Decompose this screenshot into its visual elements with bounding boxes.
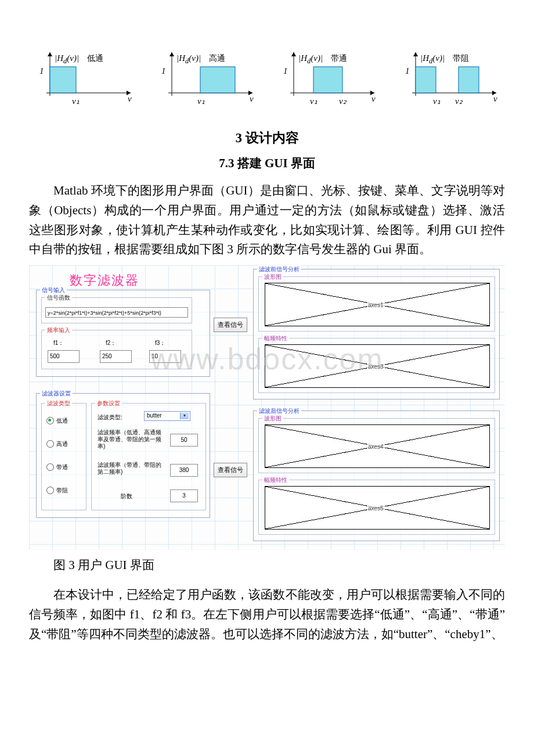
radio-lowpass[interactable]: 低通 xyxy=(46,416,68,426)
axes4[interactable]: axes4 xyxy=(265,424,490,468)
subpanel-func: 信号函数 y=2*sin(2*pi*f1*t)+3*sin(2*pi*f2*t)… xyxy=(41,297,192,323)
svg-rect-14 xyxy=(313,67,342,93)
panel-pre-analysis: 滤波前信号分析 波形图 axes1 幅频特性 axes3 xyxy=(253,269,500,399)
filter-diagram-row: |Hd(v)| 低通 1 v₁ v |Hd(v)| 高通 1 v₁ v |Hd(… xyxy=(29,46,505,105)
svg-rect-19 xyxy=(416,67,436,93)
axes3[interactable]: axes3 xyxy=(265,344,490,388)
diagram-highpass: |Hd(v)| 高通 1 v₁ v xyxy=(151,46,261,105)
subpanel-post-wave: 波形图 axes4 xyxy=(258,418,495,473)
section-subtitle: 7.3 搭建 GUI 界面 xyxy=(29,154,505,174)
figure-caption: 图 3 用户 GUI 界面 xyxy=(29,556,505,575)
diagram-bandpass: |Hd(v)| 带通 1 v₁ v₂ v xyxy=(273,46,383,105)
panel-filter-settings: 滤波器设置 滤波类型 低通 高通 带通 带阻 参数设置 滤波类型: butter… xyxy=(36,393,210,518)
diagram-bandstop: |Hd(v)| 带阻 1 v₁ v₂ v xyxy=(395,46,505,105)
svg-rect-4 xyxy=(50,67,76,93)
subpanel-filter-type: 滤波类型 低通 高通 带通 带阻 xyxy=(41,403,86,510)
radio-bandstop[interactable]: 带阻 xyxy=(46,486,68,495)
svg-marker-3 xyxy=(48,52,52,56)
panel-signal-input: 信号输入 信号函数 y=2*sin(2*pi*f1*t)+3*sin(2*pi*… xyxy=(36,290,210,377)
axes5[interactable]: axes5 xyxy=(265,486,490,530)
subpanel-pre-wave: 波形图 axes1 xyxy=(258,276,495,332)
gui-mockup: www.bdocx.com 数字滤波器 信号输入 信号函数 y=2*sin(2*… xyxy=(29,265,505,550)
diagram-lowpass: |Hd(v)| 低通 1 v₁ v xyxy=(29,46,139,105)
func-input[interactable]: y=2*sin(2*pi*f1*t)+3*sin(2*pi*f2*t)+5*si… xyxy=(45,307,188,318)
f1-input[interactable]: 500 xyxy=(48,350,80,363)
subpanel-post-mag: 幅频特性 axes5 xyxy=(258,480,495,535)
f3-input[interactable]: 10 xyxy=(149,350,181,363)
radio-highpass[interactable]: 高通 xyxy=(46,440,68,449)
subpanel-freq: 频率输入 f1： f2： f3： 500 250 10 xyxy=(41,330,192,369)
gui-title: 数字滤波器 xyxy=(70,270,139,290)
freq1-input[interactable]: 50 xyxy=(170,434,198,447)
svg-rect-9 xyxy=(200,67,235,93)
svg-rect-20 xyxy=(459,67,479,93)
svg-marker-18 xyxy=(413,52,418,56)
radio-bandpass[interactable]: 带通 xyxy=(46,463,68,472)
freq2-input[interactable]: 380 xyxy=(170,464,198,477)
svg-marker-8 xyxy=(169,52,174,56)
axes1[interactable]: axes1 xyxy=(265,283,490,326)
order-input[interactable]: 3 xyxy=(170,489,198,502)
chevron-down-icon: ▾ xyxy=(180,412,189,419)
svg-marker-13 xyxy=(291,52,296,56)
view-signal-button-2[interactable]: 查看信号 xyxy=(214,463,247,478)
subpanel-pre-mag: 幅频特性 axes3 xyxy=(258,338,495,393)
section-title: 3 设计内容 xyxy=(29,128,505,149)
paragraph-2: 在本设计中，已经给定了用户函数，该函数不能改变，用户可以根据需要输入不同的信号频… xyxy=(29,585,505,644)
panel-post-analysis: 滤波后信号分析 波形图 axes4 幅频特性 axes5 xyxy=(253,411,500,541)
f2-input[interactable]: 250 xyxy=(100,350,132,363)
subpanel-params: 参数设置 滤波类型: butter▾ 滤波频率（低通、高通频率及带通、带阻的第一… xyxy=(91,403,206,510)
method-combo[interactable]: butter▾ xyxy=(144,411,190,421)
paragraph-1: Matlab 环境下的图形用户界面（GUI）是由窗口、光标、按键、菜单、文字说明… xyxy=(29,181,505,259)
view-signal-button-1[interactable]: 查看信号 xyxy=(214,318,247,333)
